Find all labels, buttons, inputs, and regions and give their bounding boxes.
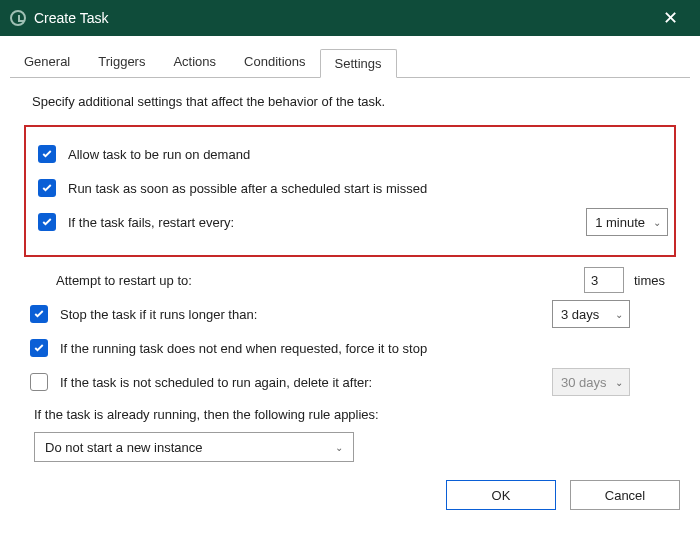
chevron-down-icon: ⌄	[607, 377, 623, 388]
tab-actions[interactable]: Actions	[159, 48, 230, 77]
input-attempt-restart[interactable]: 3	[584, 267, 624, 293]
label-rule: If the task is already running, then the…	[26, 407, 674, 422]
tab-bar: General Triggers Actions Conditions Sett…	[10, 48, 690, 77]
label-restart-on-fail: If the task fails, restart every:	[68, 215, 234, 230]
dropdown-rule[interactable]: Do not start a new instance ⌄	[34, 432, 354, 462]
settings-panel: Specify additional settings that affect …	[10, 77, 690, 462]
checkbox-run-asap[interactable]	[38, 179, 56, 197]
dropdown-stop-long[interactable]: 3 days ⌄	[552, 300, 630, 328]
button-bar: OK Cancel	[0, 462, 700, 510]
checkbox-allow-on-demand[interactable]	[38, 145, 56, 163]
titlebar: Create Task ✕	[0, 0, 700, 36]
row-run-asap: Run task as soon as possible after a sch…	[34, 171, 668, 205]
label-force-stop: If the running task does not end when re…	[60, 341, 427, 356]
cancel-button[interactable]: Cancel	[570, 480, 680, 510]
highlight-box: Allow task to be run on demand Run task …	[24, 125, 676, 257]
checkbox-delete-after[interactable]	[30, 373, 48, 391]
window-title: Create Task	[34, 10, 108, 26]
tab-triggers[interactable]: Triggers	[84, 48, 159, 77]
dropdown-delete-after: 30 days ⌄	[552, 368, 630, 396]
dropdown-stop-value: 3 days	[561, 307, 599, 322]
label-allow-on-demand: Allow task to be run on demand	[68, 147, 250, 162]
tab-general[interactable]: General	[10, 48, 84, 77]
input-attempt-value: 3	[591, 273, 598, 288]
row-attempt-restart: Attempt to restart up to: 3 times	[26, 263, 674, 297]
settings-description: Specify additional settings that affect …	[26, 88, 674, 123]
row-allow-on-demand: Allow task to be run on demand	[34, 137, 668, 171]
dropdown-restart-value: 1 minute	[595, 215, 645, 230]
tab-settings[interactable]: Settings	[320, 49, 397, 78]
label-delete-after: If the task is not scheduled to run agai…	[60, 375, 372, 390]
checkbox-stop-long[interactable]	[30, 305, 48, 323]
row-force-stop: If the running task does not end when re…	[26, 331, 674, 365]
dropdown-rule-value: Do not start a new instance	[45, 440, 203, 455]
row-delete-after: If the task is not scheduled to run agai…	[26, 365, 674, 399]
ok-button[interactable]: OK	[446, 480, 556, 510]
tab-conditions[interactable]: Conditions	[230, 48, 319, 77]
chevron-down-icon: ⌄	[607, 309, 623, 320]
dropdown-delete-value: 30 days	[561, 375, 607, 390]
checkbox-restart-on-fail[interactable]	[38, 213, 56, 231]
clock-icon	[10, 10, 26, 26]
chevron-down-icon: ⌄	[645, 217, 661, 228]
label-stop-long: Stop the task if it runs longer than:	[60, 307, 257, 322]
row-stop-long: Stop the task if it runs longer than: 3 …	[26, 297, 674, 331]
checkbox-force-stop[interactable]	[30, 339, 48, 357]
dropdown-restart-interval[interactable]: 1 minute ⌄	[586, 208, 668, 236]
label-run-asap: Run task as soon as possible after a sch…	[68, 181, 427, 196]
row-restart-on-fail: If the task fails, restart every: 1 minu…	[34, 205, 668, 239]
label-attempt-suffix: times	[634, 273, 674, 288]
label-attempt-restart: Attempt to restart up to:	[56, 273, 192, 288]
close-icon[interactable]: ✕	[650, 7, 690, 29]
chevron-down-icon: ⌄	[335, 442, 343, 453]
